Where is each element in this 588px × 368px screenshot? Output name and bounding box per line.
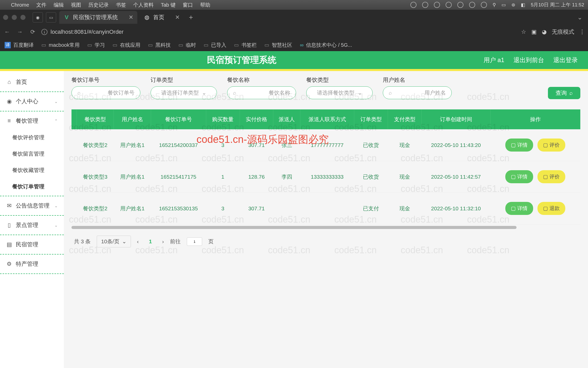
- logout-link[interactable]: 退出登录: [553, 56, 578, 64]
- folder-icon: ▭: [178, 42, 183, 48]
- status-icon[interactable]: [469, 2, 475, 8]
- sidebar-item-label: 民宿管理: [16, 241, 38, 248]
- bookmark-item[interactable]: ▭在线应用: [113, 42, 140, 49]
- cell-type: 餐饮类型2: [77, 193, 114, 224]
- cell-pay: 现金: [388, 129, 422, 161]
- bookmark-item[interactable]: ▭学习: [87, 42, 105, 49]
- placeholder: 请选择餐饮类型: [317, 89, 354, 96]
- filter-label: 订单类型: [151, 76, 217, 84]
- folder-icon: ▭: [41, 42, 46, 48]
- cell-type: 餐饮类型3: [77, 161, 114, 193]
- chevron-up-icon: ⌃: [54, 119, 58, 123]
- forward-button[interactable]: →: [16, 29, 24, 35]
- sidebar-item-home[interactable]: ⌂ 首页: [0, 74, 64, 90]
- menu-help[interactable]: 帮助: [200, 2, 210, 8]
- tab-overflow-icon[interactable]: ⌄: [577, 14, 585, 21]
- table-header-row: 餐饮类型 用户姓名 餐饮订单号 购买数量 实付价格 派送人 派送人联系方式 订单…: [72, 110, 580, 129]
- query-button[interactable]: 查询 ⌕: [548, 87, 580, 99]
- menu-icon[interactable]: ⋮: [579, 29, 585, 35]
- close-icon[interactable]: ✕: [129, 14, 133, 21]
- placeholder: 餐饮订单号: [108, 89, 134, 96]
- order-type-select[interactable]: 请选择订单类型 ⌄: [151, 86, 217, 99]
- new-tab-button[interactable]: +: [189, 13, 193, 21]
- sidebar-item-personal[interactable]: ◉ 个人中心 ⌄: [0, 93, 64, 110]
- menu-bookmarks[interactable]: 书签: [116, 2, 126, 8]
- tab-search-icon[interactable]: ◉: [33, 12, 43, 22]
- menu-profiles[interactable]: 个人资料: [133, 2, 154, 8]
- bookmark-item[interactable]: ∞信息技术中心 / 5G...: [300, 42, 352, 49]
- control-center-icon[interactable]: ◧: [521, 2, 525, 8]
- panel-icon[interactable]: ▣: [531, 29, 537, 35]
- sidebar-item-catering-comment[interactable]: 餐饮留言管理: [0, 146, 64, 162]
- col-pay: 支付类型: [388, 110, 422, 129]
- catering-type-select[interactable]: 请选择餐饮类型 ⌄: [306, 86, 373, 99]
- secondary-button[interactable]: ▢ 评价: [537, 139, 565, 152]
- status-icon[interactable]: [422, 2, 428, 8]
- username-input[interactable]: ⌕ 用户姓名: [383, 86, 452, 99]
- status-icon[interactable]: [481, 2, 487, 8]
- prev-page[interactable]: ‹: [137, 238, 139, 245]
- cell-status: 已收货: [354, 129, 388, 161]
- sidebar-item-announce[interactable]: ✉ 公告信息管理 ⌄: [0, 197, 64, 214]
- menu-tab[interactable]: Tab 键: [161, 2, 176, 8]
- sidebar-item-spot[interactable]: ▯ 景点管理 ⌄: [0, 217, 64, 234]
- secondary-button[interactable]: ▢ 退款: [537, 202, 565, 215]
- incognito-icon[interactable]: ◕: [542, 29, 547, 35]
- menu-history[interactable]: 历史记录: [88, 2, 109, 8]
- app-name[interactable]: Chrome: [11, 2, 29, 8]
- reload-button[interactable]: ⟳: [29, 29, 37, 35]
- status-icon[interactable]: [457, 2, 463, 8]
- secondary-button[interactable]: ▢ 评价: [537, 170, 565, 183]
- window-traffic-lights[interactable]: [3, 15, 26, 20]
- browser-tab-1[interactable]: V 民宿预订管理系统 ✕: [59, 11, 137, 24]
- tab-list-icon[interactable]: ▭: [46, 12, 56, 22]
- catering-name-input[interactable]: ⌕ 餐饮名称: [227, 86, 296, 99]
- detail-button[interactable]: ▢ 详情: [505, 170, 533, 183]
- bookmark-item[interactable]: ▭黑科技: [148, 42, 171, 49]
- search-icon: ⌕: [389, 90, 392, 96]
- bookmark-item[interactable]: ▭macbook常用: [41, 42, 80, 49]
- chevron-down-icon: ⌄: [122, 238, 127, 245]
- sidebar-item-specialty[interactable]: ⚙ 特产管理: [0, 256, 64, 272]
- sidebar-item-catering-favorite[interactable]: 餐饮收藏管理: [0, 162, 64, 178]
- wifi-icon[interactable]: ⊚: [511, 2, 515, 8]
- sidebar-item-homestay[interactable]: ▤ 民宿管理: [0, 236, 64, 253]
- current-page[interactable]: 1: [145, 238, 156, 245]
- goto-input[interactable]: [187, 237, 202, 246]
- status-icon[interactable]: [410, 2, 416, 8]
- menu-window[interactable]: 窗口: [183, 2, 193, 8]
- user-label[interactable]: 用户 a1: [484, 56, 504, 64]
- order-no-input[interactable]: ⌕ 餐饮订单号: [71, 86, 140, 99]
- bookmark-item[interactable]: ▭已导入: [204, 42, 226, 49]
- status-icon[interactable]: [434, 2, 440, 8]
- battery-icon[interactable]: ▭: [501, 2, 506, 8]
- bookmark-bar: 译百度翻译 ▭macbook常用 ▭学习 ▭在线应用 ▭黑科技 ▭临时 ▭已导入…: [0, 39, 588, 51]
- bookmark-item[interactable]: ▭智慧社区: [264, 42, 292, 49]
- menu-view[interactable]: 视图: [71, 2, 81, 8]
- sidebar-item-catering-order[interactable]: 餐饮订单管理: [0, 178, 64, 195]
- status-icon[interactable]: [446, 2, 452, 8]
- star-icon[interactable]: ☆: [521, 29, 526, 35]
- menu-file[interactable]: 文件: [36, 2, 46, 8]
- bookmark-item[interactable]: ▭书签栏: [234, 42, 257, 49]
- next-page[interactable]: ›: [162, 238, 164, 245]
- site-info-icon[interactable]: i: [41, 29, 47, 35]
- page-size-select[interactable]: 10条/页 ⌄: [97, 236, 131, 247]
- sidebar-item-catering-review[interactable]: 餐饮评价管理: [0, 129, 64, 146]
- bookmark-item[interactable]: ▭临时: [178, 42, 196, 49]
- browser-tab-2[interactable]: ◍ 首页 ✕: [139, 11, 184, 24]
- bluetooth-icon[interactable]: ⚲: [493, 2, 496, 8]
- menu-edit[interactable]: 编辑: [54, 2, 64, 8]
- to-front-link[interactable]: 退出到前台: [513, 56, 544, 64]
- url-field[interactable]: i localhost:8081/#/canyinOrder: [41, 29, 517, 35]
- back-button[interactable]: ←: [3, 29, 11, 35]
- detail-button[interactable]: ▢ 详情: [505, 139, 533, 152]
- sidebar-item-catering[interactable]: ≡ 餐饮管理 ⌃: [0, 112, 64, 129]
- bookmark-item[interactable]: 译百度翻译: [5, 42, 34, 49]
- order-table: 餐饮类型 用户姓名 餐饮订单号 购买数量 实付价格 派送人 派送人联系方式 订单…: [71, 109, 580, 224]
- clock[interactable]: 5月10日 周二 上午 11:52: [531, 2, 584, 8]
- detail-button[interactable]: ▢ 详情: [505, 202, 533, 215]
- close-icon[interactable]: ✕: [175, 14, 180, 21]
- horizontal-scrollbar[interactable]: [71, 226, 517, 229]
- divider: [0, 215, 64, 216]
